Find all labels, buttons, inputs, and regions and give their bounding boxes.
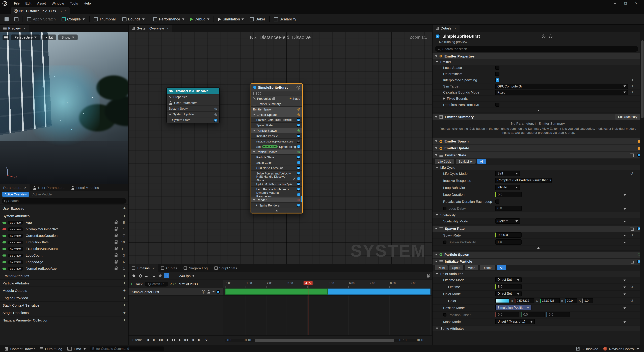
tab-parameters[interactable]: Parameters× [0,184,29,191]
property-row-interpolated-spawning[interactable]: Interpolated Spawning✓↺ [432,77,644,83]
tangent-icon[interactable] [151,273,156,278]
parameter-row-loopcount[interactable]: SYSTEMLoopCount3 [0,252,128,259]
dynamic-input-caret[interactable] [624,306,626,310]
number-input[interactable]: 5.0 [495,284,522,290]
emitter-row-emitter-update[interactable]: Emitter Update⊕ [252,112,302,117]
info-icon[interactable]: i [542,34,546,38]
toolbar-simulation-button[interactable]: Simulation [215,14,247,24]
property-row-lifetime[interactable]: Lifetime5.0↺ [432,284,644,291]
emitter-row-update-mesh-reproduction-sprite[interactable]: Update Mesh Reproduction Sprite✓ [252,181,302,186]
toolbar-thumbnail-button[interactable]: Thumbnail [90,14,120,24]
dynamic-input-caret[interactable] [624,192,626,196]
emitter-row-emitter-state[interactable]: Emitter StateSelfInfinite✓ [252,117,302,122]
step-forward-key-button[interactable]: |▶ [190,337,196,343]
channel-input[interactable]: 1.0 [582,298,593,303]
parameters-search-input[interactable]: Search [2,198,126,204]
preview-viewport[interactable]: Perspective◗LitShow x z [0,32,128,184]
property-row-fixed-bounds[interactable]: Fixed Bounds [432,96,644,102]
playhead-time-flag[interactable]: 4.05 [304,281,312,285]
add-icon[interactable]: ⊕ [214,112,217,116]
tab-script-stats[interactable]: Script Stats [211,264,240,272]
stack-search-input[interactable]: Search the stack [435,46,638,52]
go-to-end-button[interactable]: ▶| [197,337,202,343]
emitter-row-particle-state[interactable]: Particle State✓ [252,154,302,160]
menu-tools[interactable]: Tools [67,1,81,5]
section-module-outputs[interactable]: Module Outputs+ [0,287,128,294]
close-icon[interactable]: × [24,26,25,30]
parameter-row-loopedage[interactable]: SYSTEMLoopedAge6 [0,259,128,265]
details-scrollbar[interactable] [640,32,644,345]
collapse-button[interactable] [432,246,644,251]
reset-icon[interactable]: ↺ [630,78,633,82]
add-parameter-button[interactable]: + [123,310,126,315]
dynamic-input-caret[interactable] [624,219,626,223]
statusbar-content-drawer-button[interactable]: Content Drawer [2,345,37,352]
emitter-enabled-checkbox[interactable]: ✓ [253,86,256,89]
dropdown[interactable]: Complete (Let Particles Finish then Kill [495,178,552,183]
dynamic-input-caret[interactable] [624,233,626,237]
checkbox[interactable]: ✓ [495,78,499,82]
property-row-lifetime-mode[interactable]: Lifetime ModeDirect Set [432,276,644,284]
emitter-collapse-button[interactable] [252,208,302,213]
checkbox[interactable] [495,103,499,107]
tab-curves[interactable]: Curves [158,264,180,272]
play-reverse-button[interactable]: ◀ [164,337,170,343]
section-user-exposed[interactable]: User Exposed+ [0,205,128,212]
scrollbar-thumb[interactable] [641,40,644,118]
visibility-icon[interactable] [280,167,284,169]
module-enabled-checkbox[interactable]: ✓ [297,118,300,121]
emitter-row-emitter-summary[interactable]: Emitter Summary [252,101,302,106]
module-enabled-checkbox[interactable]: ✓ [297,204,300,207]
toolbar-performance-button[interactable]: Performance [150,14,187,24]
property-row-local-space[interactable]: Local Space [432,65,644,71]
viewport-button-show[interactable]: Show [58,34,78,40]
dropdown[interactable]: System [495,218,520,224]
section-header-emitter-update[interactable]: Emitter Update⊕ [432,145,644,151]
menu-help[interactable]: Help [81,1,94,5]
emitter-row-nms-handle-dissolve-alpha[interactable]: NMS Handle Dissolve Alpha✓ [252,176,302,181]
vector-input[interactable]: 0.0 [546,312,570,317]
system-node-row-system-update[interactable]: System Update⊕ [167,111,219,117]
user-icon[interactable] [207,290,211,294]
play-forward-button[interactable]: ▶ [177,337,183,343]
viewport-menu-icon[interactable] [2,35,9,40]
dropdown[interactable]: Direct Set [495,277,522,283]
collapse-button[interactable] [432,108,644,113]
close-icon[interactable]: × [153,266,155,270]
emitter-row-curl-noise-force[interactable]: Curl Noise Force✓ [252,165,302,170]
emitter-row-sprite-renderer[interactable]: ★Sprite Renderer✓ [252,202,302,208]
subheader-sprite-attributes[interactable]: Sprite Attributes [432,325,644,331]
emitter-row-scale-color[interactable]: Scale Color✓ [252,160,302,165]
property-row-recalculate-duration-each-loop[interactable]: Recalculate Duration Each Loop [432,198,644,205]
system-overview-graph[interactable]: NS_DistanceField_Dissolve Zoom 1:1 SYSTE… [129,32,432,264]
parameter-row-currentloopduration[interactable]: SYSTEMCurrentLoopDuration7 [0,232,128,239]
checkbox[interactable] [495,66,499,70]
parameter-row-executionstate[interactable]: SYSTEMExecutionState10 [0,239,128,245]
subheader-scalability[interactable]: Scalability [432,212,644,218]
tab-preview[interactable]: Preview × [0,25,29,32]
add-module-icon[interactable]: ⊕ [297,112,300,116]
emitter-row-set[interactable]: SetPARTICLESSpriteFacing✓ [252,144,302,149]
emitter-row-emitter-spawn[interactable]: Emitter Spawn⊕ [252,106,302,112]
toolbar-apply-scratch-button[interactable]: Apply Scratch [24,14,58,24]
toolbar-browse-button[interactable] [12,14,22,24]
delete-icon[interactable] [631,154,634,157]
go-to-start-button[interactable]: |◀ [144,337,150,343]
dropdown[interactable]: Simulation Position [495,305,532,311]
subtab-active-overview[interactable]: Active Overview [2,192,29,197]
add-stage-icon[interactable]: + [290,96,292,101]
module-enabled-checkbox[interactable]: ✓ [297,188,300,191]
module-enabled-checkbox[interactable]: ✓ [297,166,300,170]
emitter-row-properties[interactable]: Properties+Stage [252,96,302,101]
property-row-loop-delay[interactable]: Loop Delay0.0 [432,205,644,212]
checkbox[interactable] [495,72,499,76]
section-header-particle-spawn[interactable]: Particle Spawn⊕ [432,251,644,258]
tab-all[interactable]: All [497,265,506,270]
emitter-enabled-checkbox[interactable]: ✓ [436,34,440,38]
menu-edit[interactable]: Edit [22,1,34,5]
add-track-button[interactable]: +Track [131,282,142,286]
curve-options-icon[interactable] [131,273,136,278]
close-icon[interactable]: × [454,26,456,30]
document-tab[interactable]: N NS_DistanceField_Diss... • × [11,7,70,14]
emitter-row-dynamic-material-parameters[interactable]: Dynamic Material Parameters✓ [252,192,302,197]
